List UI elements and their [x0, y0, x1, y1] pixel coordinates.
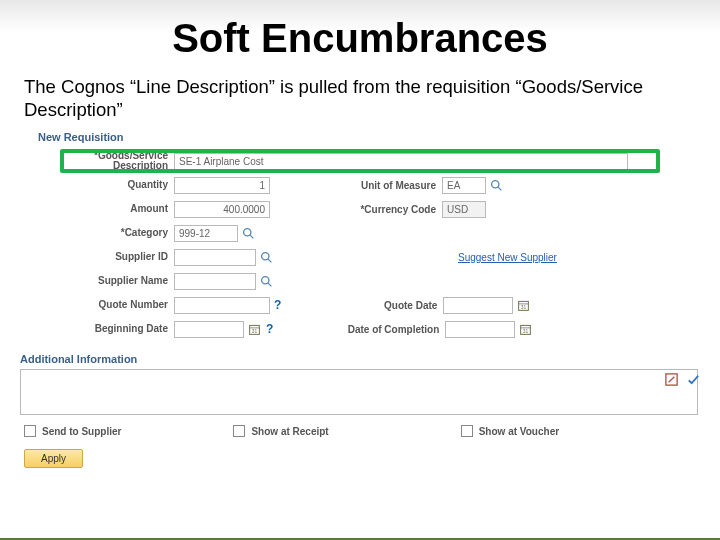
label-category: *Category	[38, 228, 174, 239]
show-at-receipt-checkbox[interactable]	[233, 425, 245, 437]
slide-title: Soft Encumbrances	[0, 16, 720, 61]
section-title-additional-info: Additional Information	[20, 353, 702, 365]
svg-line-5	[268, 259, 271, 262]
quote-date-input[interactable]	[443, 297, 513, 314]
label-show-at-receipt: Show at Receipt	[251, 426, 328, 437]
svg-text:31: 31	[252, 329, 258, 334]
send-to-supplier-checkbox[interactable]	[24, 425, 36, 437]
help-icon[interactable]: ?	[266, 322, 273, 336]
section-title-new-requisition: New Requisition	[38, 127, 702, 149]
supplier-id-input[interactable]	[174, 249, 256, 266]
label-amount: Amount	[38, 204, 174, 215]
search-icon[interactable]	[259, 274, 274, 289]
supplier-name-input[interactable]	[174, 273, 256, 290]
svg-point-2	[244, 228, 251, 235]
help-icon[interactable]: ?	[274, 298, 281, 312]
svg-text:31: 31	[523, 329, 529, 334]
svg-point-4	[262, 252, 269, 259]
label-currency-code: *Currency Code	[330, 204, 442, 215]
beginning-date-input[interactable]	[174, 321, 244, 338]
label-quote-date: Quote Date	[331, 300, 443, 311]
search-icon[interactable]	[241, 226, 256, 241]
label-supplier-name: Supplier Name	[38, 276, 174, 287]
label-date-of-completion: Date of Completion	[319, 324, 445, 335]
label-supplier-id: Supplier ID	[38, 252, 174, 263]
calendar-icon[interactable]: 31	[518, 322, 533, 337]
svg-line-7	[268, 283, 271, 286]
currency-code-input: USD	[442, 201, 486, 218]
amount-input[interactable]: 400.0000	[174, 201, 270, 218]
label-goods-service-description: *Goods/Service Description	[38, 151, 174, 171]
label-send-to-supplier: Send to Supplier	[42, 426, 121, 437]
svg-point-6	[262, 276, 269, 283]
unit-of-measure-input[interactable]: EA	[442, 177, 486, 194]
label-show-at-voucher: Show at Voucher	[479, 426, 559, 437]
slide-caption: The Cognos “Line Description” is pulled …	[24, 75, 696, 121]
date-of-completion-input[interactable]	[445, 321, 515, 338]
search-icon[interactable]	[489, 178, 504, 193]
label-quantity: Quantity	[38, 180, 174, 191]
calendar-icon[interactable]: 31	[516, 298, 531, 313]
suggest-new-supplier-link[interactable]: Suggest New Supplier	[458, 252, 557, 263]
svg-text:31: 31	[521, 305, 527, 310]
expand-icon[interactable]	[664, 372, 679, 387]
search-icon[interactable]	[259, 250, 274, 265]
show-at-voucher-checkbox[interactable]	[461, 425, 473, 437]
svg-point-0	[492, 180, 499, 187]
requisition-form: New Requisition *Goods/Service Descripti…	[38, 127, 702, 468]
quantity-input[interactable]: 1	[174, 177, 270, 194]
category-input[interactable]: 999-12	[174, 225, 238, 242]
label-beginning-date: Beginning Date	[38, 324, 174, 335]
apply-button[interactable]: Apply	[24, 449, 83, 468]
svg-line-1	[498, 187, 501, 190]
quote-number-input[interactable]	[174, 297, 270, 314]
goods-service-description-input[interactable]: SE-1 Airplane Cost	[174, 153, 628, 170]
svg-line-3	[250, 235, 253, 238]
additional-info-textarea[interactable]	[20, 369, 698, 415]
spellcheck-icon[interactable]	[686, 372, 701, 387]
calendar-icon[interactable]: 31	[247, 322, 262, 337]
label-unit-of-measure: Unit of Measure	[330, 180, 442, 191]
label-quote-number: Quote Number	[38, 300, 174, 311]
